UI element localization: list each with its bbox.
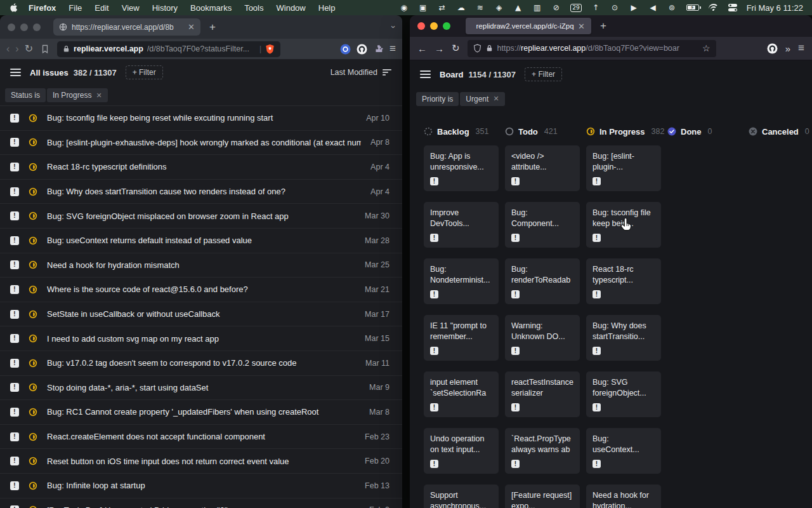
siri-icon[interactable]: ⊚ <box>667 3 677 13</box>
screen-share-icon[interactable]: ▲ <box>513 3 523 13</box>
menu-edit[interactable]: Edit <box>95 3 108 13</box>
columns-icon[interactable]: ▥ <box>532 3 542 13</box>
filter-value-chip[interactable]: In Progress ✕ <box>47 88 108 102</box>
board-card[interactable]: Improve DevTools...! <box>424 202 499 248</box>
menu-view[interactable]: View <box>122 3 140 13</box>
filter-field-chip[interactable]: Status is <box>5 88 46 102</box>
battery-icon[interactable]: ⚡ <box>686 3 699 13</box>
board-card[interactable]: IE 11 "prompt to remember...! <box>424 315 499 361</box>
tab-close-icon[interactable]: ✕ <box>578 22 585 31</box>
screen-record-icon[interactable]: ◉ <box>399 3 409 13</box>
issue-row[interactable]: !Bug: Why does startTransition cause two… <box>0 180 402 204</box>
menu-file[interactable]: File <box>69 3 82 13</box>
board-card[interactable]: input element `setSelectionRa! <box>424 371 499 417</box>
remove-filter-icon[interactable]: ✕ <box>96 91 102 100</box>
filter-field-chip[interactable]: Priority is <box>416 92 459 106</box>
menu-help[interactable]: Help <box>318 3 336 13</box>
camera-icon[interactable]: ▣ <box>418 3 428 13</box>
remove-filter-icon[interactable]: ✕ <box>493 95 499 103</box>
issue-row[interactable]: !Bug: [eslint-plugin-exhaustive-deps] ho… <box>0 131 402 156</box>
issue-row[interactable]: !React 18-rc typescript definitionsApr 4 <box>0 155 402 180</box>
menu-window[interactable]: Window <box>277 3 306 13</box>
sort-label[interactable]: Last Modified <box>331 68 377 77</box>
issue-row[interactable]: !I need to add custom svg map on my reac… <box>0 326 402 351</box>
board-card[interactable]: Need a hook for hydration...! <box>586 485 661 508</box>
reload-button[interactable]: ↻ <box>452 43 460 54</box>
issue-row[interactable]: !Bug: useContext returns default instead… <box>0 229 402 253</box>
new-tab-button[interactable]: + <box>209 21 216 34</box>
board-card[interactable]: Undo operation on text input...! <box>424 428 499 474</box>
sort-icon[interactable] <box>383 69 392 76</box>
do-not-disturb-icon[interactable]: ⊘ <box>551 3 561 13</box>
issue-row[interactable]: !Where is the source code of react@15.6.… <box>0 277 402 302</box>
browser-menu-icon[interactable]: ≡ <box>390 43 396 55</box>
cloud-icon[interactable]: ☁ <box>456 3 466 13</box>
tracking-shield-icon[interactable] <box>473 44 481 53</box>
browser-menu-icon[interactable]: ≡ <box>798 42 804 55</box>
back-button[interactable]: ← <box>417 43 427 54</box>
board-card[interactable]: Bug: App is unresponsive...! <box>424 145 499 191</box>
close-window-button[interactable] <box>8 23 15 31</box>
back-button[interactable]: ‹ <box>6 44 10 54</box>
address-bar[interactable]: https:// repliear.vercel.app /d/8bTaoq7F… <box>468 40 716 57</box>
bookmark-star-icon[interactable]: ☆ <box>702 43 710 53</box>
tab-close-icon[interactable]: ✕ <box>188 22 195 32</box>
zoom-window-button[interactable] <box>443 22 450 30</box>
issue-row[interactable]: !Stop doing data-*, aria-*, start using … <box>0 376 402 401</box>
volume-icon[interactable]: ◀ <box>648 3 658 13</box>
issue-row[interactable]: !Bug: RC1 Cannot create property '_updat… <box>0 400 402 425</box>
filter-value-chip[interactable]: Urgent ✕ <box>460 92 504 106</box>
overflow-chevron-icon[interactable]: » <box>785 43 790 54</box>
board-card[interactable]: [Feature request] expo...! <box>505 485 580 508</box>
close-window-button[interactable] <box>417 22 425 30</box>
board-card[interactable]: <video /> attribute...! <box>505 145 580 191</box>
new-tab-button[interactable]: + <box>600 20 606 32</box>
apple-menu-icon[interactable] <box>9 3 18 13</box>
calendar-icon[interactable]: 29 <box>570 3 581 13</box>
swap-icon[interactable]: ⇄ <box>437 3 447 13</box>
github-extension-icon[interactable] <box>767 43 778 54</box>
menu-bookmarks[interactable]: Bookmarks <box>190 3 232 13</box>
browser-tab[interactable]: replidraw2.vercel.app/d/c-iZpq ✕ <box>466 18 591 34</box>
sidebar-menu-icon[interactable] <box>420 70 431 78</box>
issue-row[interactable]: !Bug: SVG foreignObject misplaced on bro… <box>0 204 402 229</box>
dropbox-icon[interactable]: ◈ <box>494 3 504 13</box>
add-filter-button[interactable]: + Filter <box>525 67 562 81</box>
menu-clock[interactable]: Fri May 6 11:22 <box>747 3 803 13</box>
board-card[interactable]: Bug: useContext...! <box>586 428 661 474</box>
issue-row[interactable]: !Reset button on iOS time input does not… <box>0 449 402 474</box>
minimize-window-button[interactable] <box>20 23 28 31</box>
browser-tab[interactable]: https://repliear.vercel.app/d/8b ✕ <box>53 18 200 36</box>
password-manager-icon[interactable] <box>340 44 351 55</box>
sidebar-menu-icon[interactable] <box>10 69 21 76</box>
board-card[interactable]: Bug: [eslint-plugin-...! <box>586 145 661 191</box>
board-card[interactable]: reactTestInstance serializer! <box>505 371 580 417</box>
brave-shield-icon[interactable] <box>265 44 275 55</box>
wifi-icon[interactable] <box>709 3 719 13</box>
forward-button[interactable]: › <box>15 44 18 54</box>
board-card[interactable]: Support asynchronous...! <box>424 485 499 508</box>
issue-row[interactable]: !Bug: v17.0.2 tag doesn't seem to corres… <box>0 351 402 376</box>
issue-row[interactable]: ![DevTools Bug] Unsupported Bridge opera… <box>0 498 402 508</box>
add-filter-button[interactable]: + Filter <box>126 65 163 79</box>
board-card[interactable]: Bug: Nondeterminist...! <box>424 258 499 304</box>
tab-list-chevron-icon[interactable]: › <box>388 25 398 28</box>
minimize-window-button[interactable] <box>430 22 438 30</box>
extensions-puzzle-icon[interactable] <box>373 44 384 55</box>
menu-firefox[interactable]: Firefox <box>29 3 56 13</box>
board-card[interactable]: React 18-rc typescript...! <box>586 258 661 304</box>
bookmark-icon[interactable] <box>41 44 49 54</box>
board-card[interactable]: Bug: Why does startTransitio...! <box>586 315 661 361</box>
issue-row[interactable]: !React.createElement does not accept fun… <box>0 425 402 450</box>
issue-row[interactable]: !SetState in useCallback or without useC… <box>0 302 402 327</box>
board-card[interactable]: Bug: SVG foreignObject...! <box>586 371 661 417</box>
board-card[interactable]: `React.PropType always warns ab! <box>505 428 580 474</box>
menu-tools[interactable]: Tools <box>244 3 263 13</box>
menu-history[interactable]: History <box>152 3 178 13</box>
forward-button[interactable]: → <box>435 43 444 54</box>
power-icon[interactable]: ⊙ <box>610 3 620 13</box>
upload-icon[interactable]: ↑ <box>591 3 601 13</box>
github-extension-icon[interactable] <box>357 44 367 55</box>
docker-icon[interactable]: ≋ <box>475 3 485 13</box>
issue-row[interactable]: !Bug: Infinite loop at startupFeb 13 <box>0 474 402 498</box>
